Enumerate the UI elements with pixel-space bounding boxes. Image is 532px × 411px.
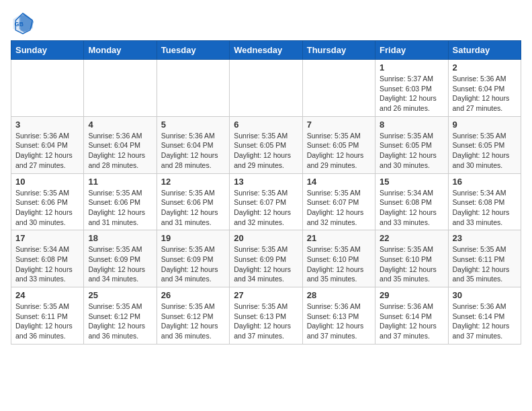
day-info-24: Sunrise: 5:35 AM Sunset: 6:11 PM Dayligh…: [15, 302, 79, 341]
day-info-14: Sunrise: 5:35 AM Sunset: 6:07 PM Dayligh…: [307, 188, 371, 228]
day-cell-21: 21Sunrise: 5:35 AM Sunset: 6:10 PM Dayli…: [302, 230, 375, 287]
logo-icon: GB: [11, 11, 35, 35]
day-cell-22: 22Sunrise: 5:35 AM Sunset: 6:10 PM Dayli…: [375, 230, 448, 287]
day-cell-15: 15Sunrise: 5:34 AM Sunset: 6:08 PM Dayli…: [375, 173, 448, 230]
day-cell-7: 7Sunrise: 5:35 AM Sunset: 6:05 PM Daylig…: [302, 116, 375, 173]
day-number-23: 23: [453, 233, 517, 243]
day-info-4: Sunrise: 5:36 AM Sunset: 6:04 PM Dayligh…: [88, 131, 152, 171]
day-info-10: Sunrise: 5:35 AM Sunset: 6:06 PM Dayligh…: [15, 188, 79, 228]
day-cell-2: 2Sunrise: 5:36 AM Sunset: 6:04 PM Daylig…: [448, 60, 521, 117]
day-info-6: Sunrise: 5:35 AM Sunset: 6:05 PM Dayligh…: [234, 131, 298, 171]
empty-cell: [157, 60, 229, 117]
day-cell-6: 6Sunrise: 5:35 AM Sunset: 6:05 PM Daylig…: [230, 116, 302, 173]
day-number-2: 2: [453, 62, 517, 73]
day-info-20: Sunrise: 5:35 AM Sunset: 6:09 PM Dayligh…: [234, 244, 298, 284]
day-cell-17: 17Sunrise: 5:34 AM Sunset: 6:08 PM Dayli…: [11, 230, 84, 287]
day-number-1: 1: [380, 62, 443, 73]
day-number-12: 12: [161, 177, 225, 187]
day-number-14: 14: [307, 177, 371, 187]
day-cell-5: 5Sunrise: 5:36 AM Sunset: 6:04 PM Daylig…: [157, 116, 229, 173]
day-number-19: 19: [161, 233, 225, 243]
day-info-29: Sunrise: 5:36 AM Sunset: 6:14 PM Dayligh…: [380, 302, 443, 341]
page-header: GB: [11, 11, 521, 35]
day-info-21: Sunrise: 5:35 AM Sunset: 6:10 PM Dayligh…: [307, 244, 371, 284]
day-info-26: Sunrise: 5:35 AM Sunset: 6:12 PM Dayligh…: [161, 302, 225, 341]
empty-cell: [302, 60, 375, 117]
day-number-6: 6: [234, 120, 298, 130]
day-cell-3: 3Sunrise: 5:36 AM Sunset: 6:04 PM Daylig…: [11, 116, 84, 173]
day-number-28: 28: [307, 290, 371, 300]
day-info-12: Sunrise: 5:35 AM Sunset: 6:06 PM Dayligh…: [161, 188, 225, 228]
day-cell-14: 14Sunrise: 5:35 AM Sunset: 6:07 PM Dayli…: [302, 173, 375, 230]
day-cell-25: 25Sunrise: 5:35 AM Sunset: 6:12 PM Dayli…: [84, 287, 157, 345]
day-number-27: 27: [234, 290, 298, 300]
weekday-header-monday: Monday: [84, 41, 157, 60]
day-info-28: Sunrise: 5:36 AM Sunset: 6:13 PM Dayligh…: [307, 302, 371, 341]
svg-text:GB: GB: [14, 21, 24, 28]
day-info-5: Sunrise: 5:36 AM Sunset: 6:04 PM Dayligh…: [161, 131, 225, 171]
day-number-26: 26: [161, 290, 225, 300]
day-number-15: 15: [380, 177, 443, 187]
day-cell-18: 18Sunrise: 5:35 AM Sunset: 6:09 PM Dayli…: [84, 230, 157, 287]
day-info-8: Sunrise: 5:35 AM Sunset: 6:05 PM Dayligh…: [380, 131, 443, 171]
day-cell-26: 26Sunrise: 5:35 AM Sunset: 6:12 PM Dayli…: [157, 287, 229, 345]
week-row-2: 3Sunrise: 5:36 AM Sunset: 6:04 PM Daylig…: [11, 116, 521, 173]
day-number-25: 25: [88, 290, 152, 300]
day-info-25: Sunrise: 5:35 AM Sunset: 6:12 PM Dayligh…: [88, 302, 152, 341]
empty-cell: [11, 60, 84, 117]
weekday-header-row: SundayMondayTuesdayWednesdayThursdayFrid…: [11, 41, 521, 60]
day-number-18: 18: [88, 233, 152, 243]
weekday-header-tuesday: Tuesday: [157, 41, 229, 60]
day-cell-24: 24Sunrise: 5:35 AM Sunset: 6:11 PM Dayli…: [11, 287, 84, 345]
day-info-19: Sunrise: 5:35 AM Sunset: 6:09 PM Dayligh…: [161, 244, 225, 284]
day-cell-23: 23Sunrise: 5:35 AM Sunset: 6:11 PM Dayli…: [448, 230, 521, 287]
day-number-10: 10: [15, 177, 79, 187]
day-number-8: 8: [380, 120, 443, 130]
day-cell-4: 4Sunrise: 5:36 AM Sunset: 6:04 PM Daylig…: [84, 116, 157, 173]
day-number-24: 24: [15, 290, 79, 300]
week-row-4: 17Sunrise: 5:34 AM Sunset: 6:08 PM Dayli…: [11, 230, 521, 287]
day-cell-11: 11Sunrise: 5:35 AM Sunset: 6:06 PM Dayli…: [84, 173, 157, 230]
day-cell-28: 28Sunrise: 5:36 AM Sunset: 6:13 PM Dayli…: [302, 287, 375, 345]
day-number-9: 9: [453, 120, 517, 130]
day-number-5: 5: [161, 120, 225, 130]
day-cell-19: 19Sunrise: 5:35 AM Sunset: 6:09 PM Dayli…: [157, 230, 229, 287]
day-info-13: Sunrise: 5:35 AM Sunset: 6:07 PM Dayligh…: [234, 188, 298, 228]
day-number-4: 4: [88, 120, 152, 130]
day-number-7: 7: [307, 120, 371, 130]
day-cell-1: 1Sunrise: 5:37 AM Sunset: 6:03 PM Daylig…: [375, 60, 448, 117]
weekday-header-wednesday: Wednesday: [230, 41, 302, 60]
day-number-20: 20: [234, 233, 298, 243]
day-info-1: Sunrise: 5:37 AM Sunset: 6:03 PM Dayligh…: [380, 74, 443, 113]
day-cell-13: 13Sunrise: 5:35 AM Sunset: 6:07 PM Dayli…: [230, 173, 302, 230]
day-info-2: Sunrise: 5:36 AM Sunset: 6:04 PM Dayligh…: [453, 74, 517, 113]
day-info-11: Sunrise: 5:35 AM Sunset: 6:06 PM Dayligh…: [88, 188, 152, 228]
weekday-header-thursday: Thursday: [302, 41, 375, 60]
day-cell-27: 27Sunrise: 5:35 AM Sunset: 6:13 PM Dayli…: [230, 287, 302, 345]
weekday-header-sunday: Sunday: [11, 41, 84, 60]
empty-cell: [230, 60, 302, 117]
day-info-15: Sunrise: 5:34 AM Sunset: 6:08 PM Dayligh…: [380, 188, 443, 228]
weekday-header-friday: Friday: [375, 41, 448, 60]
day-cell-20: 20Sunrise: 5:35 AM Sunset: 6:09 PM Dayli…: [230, 230, 302, 287]
day-cell-8: 8Sunrise: 5:35 AM Sunset: 6:05 PM Daylig…: [375, 116, 448, 173]
day-number-29: 29: [380, 290, 443, 300]
day-info-9: Sunrise: 5:35 AM Sunset: 6:05 PM Dayligh…: [453, 131, 517, 171]
day-cell-30: 30Sunrise: 5:36 AM Sunset: 6:14 PM Dayli…: [448, 287, 521, 345]
day-info-3: Sunrise: 5:36 AM Sunset: 6:04 PM Dayligh…: [15, 131, 79, 171]
weekday-header-saturday: Saturday: [448, 41, 521, 60]
week-row-5: 24Sunrise: 5:35 AM Sunset: 6:11 PM Dayli…: [11, 287, 521, 345]
day-number-17: 17: [15, 233, 79, 243]
day-info-23: Sunrise: 5:35 AM Sunset: 6:11 PM Dayligh…: [453, 244, 517, 284]
day-number-16: 16: [453, 177, 517, 187]
day-cell-12: 12Sunrise: 5:35 AM Sunset: 6:06 PM Dayli…: [157, 173, 229, 230]
day-number-3: 3: [15, 120, 79, 130]
week-row-1: 1Sunrise: 5:37 AM Sunset: 6:03 PM Daylig…: [11, 60, 521, 117]
day-info-17: Sunrise: 5:34 AM Sunset: 6:08 PM Dayligh…: [15, 244, 79, 284]
week-row-3: 10Sunrise: 5:35 AM Sunset: 6:06 PM Dayli…: [11, 173, 521, 230]
day-info-30: Sunrise: 5:36 AM Sunset: 6:14 PM Dayligh…: [453, 302, 517, 341]
day-number-21: 21: [307, 233, 371, 243]
empty-cell: [84, 60, 157, 117]
day-cell-16: 16Sunrise: 5:34 AM Sunset: 6:08 PM Dayli…: [448, 173, 521, 230]
day-info-22: Sunrise: 5:35 AM Sunset: 6:10 PM Dayligh…: [380, 244, 443, 284]
